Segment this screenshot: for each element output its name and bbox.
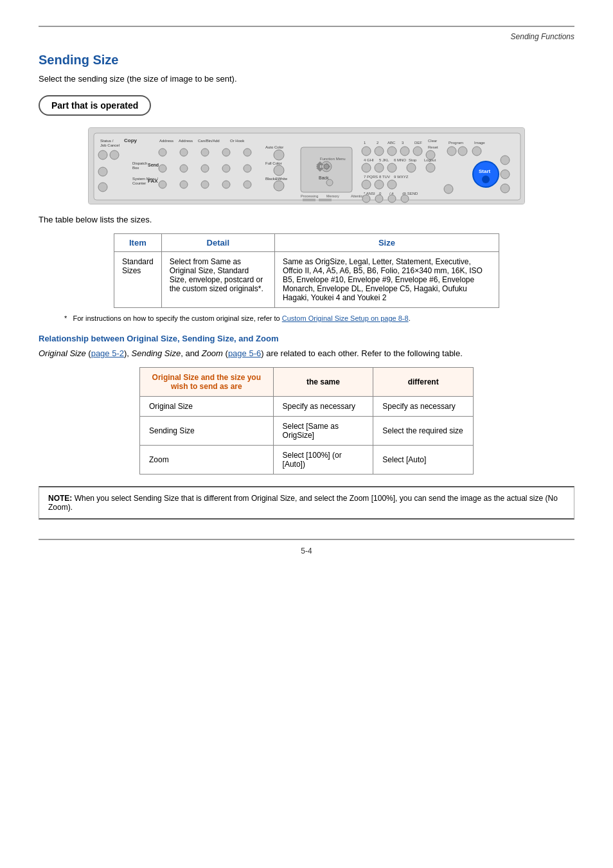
svg-point-82 xyxy=(426,163,435,172)
svg-text:9 WXYZ: 9 WXYZ xyxy=(394,175,409,179)
svg-text:Memory: Memory xyxy=(326,194,339,198)
footnote-marker: * xyxy=(64,314,71,322)
svg-point-96 xyxy=(362,195,370,203)
note-text: When you select Sending Size that is dif… xyxy=(48,494,558,512)
svg-text:Counter: Counter xyxy=(132,181,146,185)
rel-row-sendingsize: Sending Size Select [Same as OrigSize] S… xyxy=(140,417,474,446)
main-table: Item Detail Size StandardSizes Select fr… xyxy=(114,233,499,308)
svg-point-80 xyxy=(407,163,416,172)
col-header-size: Size xyxy=(274,234,499,252)
svg-text:Address: Address xyxy=(159,139,173,143)
svg-point-88 xyxy=(387,180,396,189)
svg-point-70 xyxy=(458,147,467,156)
svg-point-20 xyxy=(159,165,166,172)
svg-point-49 xyxy=(326,179,333,186)
rel-row-zoom: Zoom Select [100%] (or [Auto]) Select [A… xyxy=(140,446,474,475)
svg-text:Logout: Logout xyxy=(424,158,436,162)
svg-text:Can/Bin/Add: Can/Bin/Add xyxy=(198,139,220,143)
relationship-title: Relationship between Original Size, Send… xyxy=(39,334,574,343)
svg-point-47 xyxy=(324,164,329,169)
orig-size-link[interactable]: page 5-2 xyxy=(91,348,124,358)
svg-point-32 xyxy=(222,181,230,188)
below-image-text: The table below lists the sizes. xyxy=(39,215,574,224)
col-header-item: Item xyxy=(114,234,162,252)
svg-point-97 xyxy=(375,195,383,203)
zoom-ref: Zoom xyxy=(202,348,223,358)
rel-col-header-left: Original Size and the size youwish to se… xyxy=(140,368,274,397)
svg-text:Start: Start xyxy=(479,168,491,174)
svg-text:Black&White: Black&White xyxy=(265,177,288,181)
svg-rect-54 xyxy=(319,199,332,201)
rel-col-header-same: the same xyxy=(273,368,373,397)
svg-point-9 xyxy=(98,150,107,159)
svg-point-11 xyxy=(159,149,166,156)
page-label: Sending Functions xyxy=(511,32,574,41)
svg-point-98 xyxy=(388,195,396,203)
rel-row-origsize: Original Size Specify as necessary Speci… xyxy=(140,397,474,417)
svg-point-76 xyxy=(362,163,371,172)
svg-text:Send: Send xyxy=(148,163,159,167)
rel-table: Original Size and the size youwish to se… xyxy=(139,367,474,475)
svg-point-100 xyxy=(444,185,453,194)
svg-point-37 xyxy=(274,165,284,176)
svg-text:Address: Address xyxy=(179,139,193,143)
bottom-rule xyxy=(39,539,574,540)
top-rule xyxy=(39,26,574,27)
machine-illustration: Status / Job Cancel Copy Address Address… xyxy=(88,127,525,204)
svg-point-61 xyxy=(362,147,371,156)
footnote: * For instructions on how to specify the… xyxy=(64,314,574,322)
svg-text:Program: Program xyxy=(449,141,463,145)
row-size: Same as OrigSize, Legal, Letter, Stateme… xyxy=(274,252,499,308)
svg-point-63 xyxy=(387,147,396,156)
section-title: Sending Size xyxy=(39,53,574,68)
svg-text:Back: Back xyxy=(319,176,329,180)
svg-text:Stop: Stop xyxy=(409,158,417,162)
note-box: NOTE: When you select Sending Size that … xyxy=(39,486,574,520)
row-item: StandardSizes xyxy=(114,252,162,308)
svg-text:FAX: FAX xyxy=(148,178,158,184)
svg-text:Processing: Processing xyxy=(301,194,318,198)
svg-text:4 GHI: 4 GHI xyxy=(364,158,374,162)
zoom-link[interactable]: page 5-6 xyxy=(228,348,261,358)
svg-text:Box: Box xyxy=(132,166,139,170)
svg-text:Status /: Status / xyxy=(100,139,114,143)
relationship-intro: Original Size (page 5-2), Sending Size, … xyxy=(39,348,574,358)
svg-text:8 TUV: 8 TUV xyxy=(379,175,390,179)
page: Sending Functions Sending Size Select th… xyxy=(0,0,613,868)
svg-text:Function Menu: Function Menu xyxy=(320,157,346,161)
svg-text:7 PQRS: 7 PQRS xyxy=(364,175,378,179)
page-header: Sending Functions xyxy=(39,32,574,41)
svg-text:5 JKL: 5 JKL xyxy=(379,158,389,162)
svg-text:Image: Image xyxy=(474,141,485,145)
svg-point-19 xyxy=(98,167,107,176)
svg-point-39 xyxy=(274,181,284,191)
svg-text:Reset: Reset xyxy=(428,145,438,149)
svg-point-23 xyxy=(222,165,230,172)
svg-point-33 xyxy=(244,181,251,188)
svg-point-103 xyxy=(501,184,510,193)
svg-point-101 xyxy=(501,156,510,165)
svg-point-30 xyxy=(180,181,188,188)
svg-text:6 MNO: 6 MNO xyxy=(394,158,406,162)
svg-point-102 xyxy=(501,170,510,179)
svg-point-62 xyxy=(375,147,384,156)
svg-text:Full Color: Full Color xyxy=(265,161,282,165)
rel-same-zoom: Select [100%] (or [Auto]) xyxy=(273,446,373,475)
svg-point-69 xyxy=(447,147,456,156)
svg-point-72 xyxy=(472,147,481,156)
svg-point-10 xyxy=(110,150,119,159)
svg-point-99 xyxy=(401,195,409,203)
footnote-link[interactable]: Custom Original Size Setup on page 8-8 xyxy=(282,314,409,322)
rel-diff-sendingsize: Select the required size xyxy=(373,417,474,446)
svg-text:Or Hook: Or Hook xyxy=(230,139,245,143)
svg-point-28 xyxy=(98,183,107,192)
svg-text:Job Cancel: Job Cancel xyxy=(100,143,120,147)
svg-point-78 xyxy=(387,163,396,172)
svg-point-29 xyxy=(159,181,166,188)
rel-same-origsize: Specify as necessary xyxy=(273,397,373,417)
svg-point-65 xyxy=(413,147,422,156)
rel-same-sendingsize: Select [Same as OrigSize] xyxy=(273,417,373,446)
rel-label-zoom: Zoom xyxy=(140,446,274,475)
rel-diff-origsize: Specify as necessary xyxy=(373,397,474,417)
svg-rect-53 xyxy=(303,199,315,201)
